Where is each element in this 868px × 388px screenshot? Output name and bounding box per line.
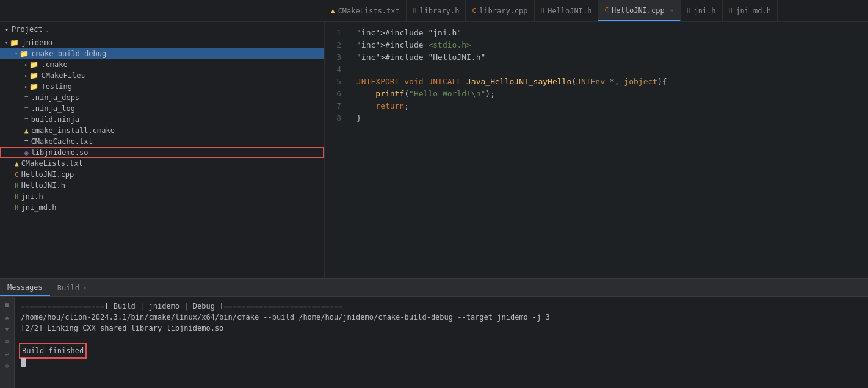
file-tree: ▾ 📁jnidemo▾ 📁cmake-build-debug▸ 📁.cmake▸… — [0, 37, 324, 213]
code-line-1: "inc">#include "jni.h" — [356, 27, 861, 39]
tree-label-cmake-build-debug: cmake-build-debug — [31, 49, 106, 58]
tree-item-CMakeFiles[interactable]: ▸ 📁CMakeFiles — [0, 70, 324, 81]
tree-item-jnidemo[interactable]: ▾ 📁jnidemo — [0, 37, 324, 48]
folder-icon-Testing: 📁 — [29, 82, 38, 91]
tab-icon-jni-h: H — [687, 7, 691, 15]
cpp-icon-HelloJNI.cpp: C — [15, 171, 19, 179]
code-line-2: "inc">#include <stdio.h> — [356, 39, 861, 51]
folder-icon-jnidemo: 📁 — [10, 38, 19, 47]
scroll-up-button[interactable]: ▲ — [2, 312, 12, 322]
tree-label-jnidemo: jnidemo — [21, 38, 52, 47]
tree-label-.cmake: .cmake — [41, 60, 67, 69]
filter-button[interactable]: ≡ — [2, 336, 12, 346]
tree-item-cmake_install.cmake[interactable]: ▲cmake_install.cmake — [0, 125, 324, 136]
bottom-tab-messages[interactable]: Messages — [0, 279, 50, 296]
line-num-1: 1 — [330, 27, 341, 39]
tree-item-build.ninja[interactable]: ≡build.ninja — [0, 114, 324, 125]
folder-arrow-cmake-build-debug: ▾ — [15, 51, 18, 57]
folder-arrow-.cmake: ▸ — [24, 62, 27, 68]
build-line-4: Build finished — [21, 345, 862, 357]
code-line-3: "inc">#include "HelloJNI.h" — [356, 51, 861, 63]
tree-item-CMakeLists.txt[interactable]: ▲CMakeLists.txt — [0, 158, 324, 169]
tree-item-CMakeCache.txt[interactable]: ≡CMakeCache.txt — [0, 136, 324, 147]
tree-label-libjnidemo.so: libjnidemo.so — [31, 148, 89, 157]
tree-item-cmake-build-debug[interactable]: ▾ 📁cmake-build-debug — [0, 48, 324, 59]
tab-icon-cmake: ▲ — [331, 7, 335, 15]
tree-label-CMakeLists.txt: CMakeLists.txt — [21, 159, 83, 168]
tab-close-hellojni-cpp[interactable]: ✕ — [670, 7, 674, 13]
tree-item-jni.h[interactable]: Hjni.h — [0, 191, 324, 202]
tree-item-.ninja_deps[interactable]: ≡.ninja_deps — [0, 92, 324, 103]
tree-label-Testing: Testing — [41, 82, 72, 91]
tree-label-CMakeFiles: CMakeFiles — [41, 71, 85, 80]
tab-label-jni-h: jni.h — [693, 7, 715, 15]
tree-item-.cmake[interactable]: ▸ 📁.cmake — [0, 59, 324, 70]
tree-item-jni_md.h[interactable]: Hjni_md.h — [0, 202, 324, 213]
project-chevron-small: ⌄ — [45, 26, 49, 33]
build-line-5 — [21, 357, 862, 368]
tree-item-HelloJNI.h[interactable]: HHelloJNI.h — [0, 180, 324, 191]
build-text: ===================[ Build | jnidemo | D… — [15, 297, 868, 388]
h-icon-jni.h: H — [15, 193, 19, 201]
tree-label-build.ninja: build.ninja — [31, 115, 79, 124]
code-line-5: JNIEXPORT void JNICALL Java_HelloJNI_say… — [356, 76, 861, 88]
folder-arrow-CMakeFiles: ▸ — [24, 73, 27, 79]
tab-jni-md-h[interactable]: H jni_md.h — [723, 0, 778, 21]
tab-hellojni-h[interactable]: H HelloJNI.h — [535, 0, 599, 21]
folder-arrow-Testing: ▸ — [24, 84, 27, 90]
tab-hellojni-cpp[interactable]: C HelloJNI.cpp ✕ — [598, 0, 680, 21]
project-chevron: ▾ — [5, 26, 9, 33]
tab-lib-h[interactable]: H library.h — [407, 0, 466, 21]
wrap-button[interactable]: ↵ — [2, 348, 12, 358]
code-editor: 12345678 "inc">#include "jni.h""inc">#in… — [325, 22, 868, 278]
bottom-tab-close-build[interactable]: ✕ — [83, 284, 87, 291]
tree-item-HelloJNI.cpp[interactable]: CHelloJNI.cpp — [0, 169, 324, 180]
tab-icon-hellojni-h: H — [541, 7, 545, 15]
tab-lib-cpp[interactable]: C library.cpp — [466, 0, 534, 21]
folder-icon-CMakeFiles: 📁 — [29, 71, 38, 80]
build-cursor — [21, 358, 26, 367]
file-icon-.ninja_deps: ≡ — [24, 94, 29, 102]
tab-label-cmake: CMakeLists.txt — [338, 7, 400, 15]
tree-label-.ninja_deps: .ninja_deps — [31, 93, 79, 102]
tab-label-hellojni-h: HelloJNI.h — [548, 7, 591, 15]
code-content[interactable]: "inc">#include "jni.h""inc">#include <st… — [349, 22, 868, 278]
build-line-0: ===================[ Build | jnidemo | D… — [21, 301, 862, 312]
tab-label-lib-cpp: library.cpp — [479, 7, 527, 15]
clear-button[interactable]: ⊗ — [2, 361, 12, 370]
tab-icon-jni-md-h: H — [729, 7, 733, 15]
tree-label-CMakeCache.txt: CMakeCache.txt — [31, 137, 93, 146]
txt-icon-CMakeCache.txt: ≡ — [24, 138, 29, 146]
tree-label-HelloJNI.h: HelloJNI.h — [21, 181, 65, 190]
tab-label-hellojni-cpp: HelloJNI.cpp — [612, 6, 665, 15]
tab-cmake[interactable]: ▲ CMakeLists.txt — [325, 0, 407, 21]
folder-icon-.cmake: 📁 — [29, 60, 38, 69]
tree-item-.ninja_log[interactable]: ≡.ninja_log — [0, 103, 324, 114]
tab-icon-lib-cpp: C — [472, 7, 476, 15]
tab-icon-lib-h: H — [413, 7, 417, 15]
file-icon-build.ninja: ≡ — [24, 116, 29, 124]
editor-tab-bar: ▲ CMakeLists.txt H library.h C library.c… — [0, 0, 868, 22]
file-icon-.ninja_log: ≡ — [24, 105, 29, 113]
line-num-3: 3 — [330, 51, 341, 63]
build-line-1: /home/hou/clion-2024.3.1/bin/cmake/linux… — [21, 312, 862, 323]
code-line-8: } — [356, 112, 861, 124]
project-sidebar: ▾ Project ⌄ ▾ 📁jnidemo▾ 📁cmake-build-deb… — [0, 22, 325, 278]
tree-label-cmake_install.cmake: cmake_install.cmake — [31, 126, 115, 135]
main-content: ▾ Project ⌄ ▾ 📁jnidemo▾ 📁cmake-build-deb… — [0, 22, 868, 278]
tree-label-HelloJNI.cpp: HelloJNI.cpp — [21, 170, 74, 179]
bottom-panel: MessagesBuild✕ ■ ▲ ▼ ≡ ↵ ⊗ =============… — [0, 278, 868, 388]
build-finished-text: Build finished — [21, 345, 85, 357]
bottom-tab-build[interactable]: Build✕ — [50, 279, 94, 296]
bottom-tab-bar: MessagesBuild✕ — [0, 279, 868, 297]
tree-label-jni_md.h: jni_md.h — [21, 203, 57, 212]
tree-item-Testing[interactable]: ▸ 📁Testing — [0, 81, 324, 92]
folder-icon-cmake-build-debug: 📁 — [20, 49, 29, 58]
bottom-tab-label-build: Build — [57, 284, 79, 292]
code-line-6: printf("Hello World!\n"); — [356, 88, 861, 100]
tree-item-libjnidemo.so[interactable]: ◉libjnidemo.so — [0, 147, 324, 158]
stop-button[interactable]: ■ — [2, 300, 12, 309]
tab-jni-h[interactable]: H jni.h — [681, 0, 723, 21]
scroll-down-button[interactable]: ▼ — [2, 324, 12, 334]
line-num-4: 4 — [330, 63, 341, 76]
